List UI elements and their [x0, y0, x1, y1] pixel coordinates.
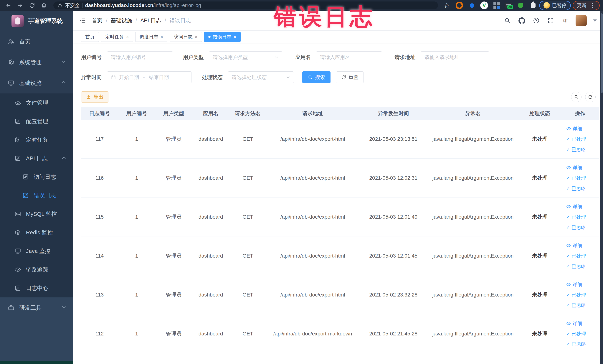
- sidebar-item-API 日志[interactable]: API 日志: [0, 149, 73, 168]
- tab-调度日志[interactable]: 调度日志×: [135, 32, 167, 42]
- action-已忽略[interactable]: ✓已忽略: [566, 301, 586, 310]
- sidebar-item-系统管理[interactable]: 系统管理: [0, 52, 73, 73]
- avatar-caret-icon[interactable]: [593, 20, 597, 22]
- github-icon[interactable]: [518, 16, 526, 25]
- cell-user_type: 管理员: [155, 252, 192, 259]
- action-已处理[interactable]: ✓已处理: [566, 290, 586, 299]
- browser-forward-button[interactable]: [15, 1, 25, 10]
- sidebar-item-Redis 监控[interactable]: Redis 监控: [0, 223, 73, 242]
- user-type-select[interactable]: 请选择用户类型: [209, 51, 282, 63]
- sidebar-item-文件管理[interactable]: 文件管理: [0, 94, 73, 112]
- tab-错误日志[interactable]: 错误日志×: [204, 32, 241, 42]
- paused-pill[interactable]: 已暂停: [539, 1, 571, 10]
- action-已处理[interactable]: ✓已处理: [566, 174, 586, 182]
- close-icon[interactable]: ×: [160, 35, 163, 39]
- export-button[interactable]: 导出: [81, 91, 108, 103]
- action-已处理[interactable]: ✓已处理: [566, 251, 586, 260]
- avatar[interactable]: [576, 15, 587, 26]
- action-详细[interactable]: 详细: [566, 319, 582, 328]
- action-详细[interactable]: 详细: [566, 280, 582, 289]
- refresh-table-button[interactable]: [585, 92, 596, 102]
- fullscreen-icon[interactable]: [547, 16, 555, 25]
- action-已忽略[interactable]: ✓已忽略: [566, 340, 586, 349]
- user-id-input[interactable]: [107, 51, 173, 63]
- check-icon: ✓: [566, 290, 570, 299]
- sidebar-item-链路追踪[interactable]: 链路追踪: [0, 260, 73, 279]
- action-详细[interactable]: 详细: [566, 163, 582, 172]
- action-已忽略[interactable]: ✓已忽略: [566, 184, 586, 193]
- sidebar-item-访问日志[interactable]: 访问日志: [0, 168, 73, 186]
- browser-back-button[interactable]: [3, 1, 13, 10]
- orange-extension-icon[interactable]: [455, 1, 464, 10]
- scrollbar[interactable]: [600, 11, 603, 364]
- sidebar-item-首页[interactable]: 首页: [0, 31, 73, 52]
- sidebar-item-基础设施[interactable]: 基础设施: [0, 73, 73, 94]
- cell-app: dashboard: [192, 292, 229, 298]
- close-icon[interactable]: ×: [126, 35, 129, 39]
- column-header-status: 处理状态: [519, 110, 561, 117]
- action-详细[interactable]: 详细: [566, 241, 582, 250]
- reset-button[interactable]: 重置: [336, 71, 363, 83]
- address-bar[interactable]: 不安全 dashboard.yudao.iocoder.cn/infra/log…: [53, 1, 438, 9]
- breadcrumb-item-基础设施[interactable]: 基础设施: [111, 17, 132, 24]
- breadcrumb-item-API 日志[interactable]: API 日志: [140, 17, 161, 24]
- search-button[interactable]: 搜索: [302, 71, 331, 83]
- font-size-icon[interactable]: ttTT: [561, 16, 569, 25]
- cell-method: GET: [229, 253, 266, 259]
- check-icon: ✓: [566, 251, 570, 260]
- main-panel: 首页/基础设施/API 日志/错误日志 ttTT 首页定时任务×调度日志×访问日…: [73, 11, 603, 364]
- browser-home-button[interactable]: [39, 1, 49, 10]
- tab-访问日志[interactable]: 访问日志×: [170, 32, 202, 42]
- status-select[interactable]: 请选择处理状态: [228, 71, 294, 83]
- timer-icon: [14, 137, 21, 143]
- star-extension-icon[interactable]: [442, 1, 451, 10]
- browser-menu-icon[interactable]: ⋮: [590, 3, 595, 8]
- close-icon[interactable]: ×: [233, 35, 236, 39]
- tab-首页[interactable]: 首页: [81, 32, 99, 42]
- req-url-input[interactable]: [421, 51, 489, 63]
- cell-user_type: 管理员: [155, 330, 192, 337]
- action-已忽略[interactable]: ✓已忽略: [566, 223, 586, 232]
- sidebar-item-日志中心[interactable]: 日志中心: [0, 279, 73, 297]
- sidebar-logo-row[interactable]: 芋道管理系统: [0, 11, 73, 31]
- action-详细[interactable]: 详细: [566, 124, 582, 133]
- column-header-log_id: 日志编号: [81, 110, 118, 117]
- docs-question-icon[interactable]: [532, 16, 540, 25]
- action-已处理[interactable]: ✓已处理: [566, 212, 586, 221]
- toggle-search-button[interactable]: [571, 92, 581, 102]
- sidebar-collapse-button[interactable]: [78, 16, 87, 25]
- header-search-icon[interactable]: [503, 16, 511, 25]
- leaf-extension-icon[interactable]: [516, 1, 525, 10]
- close-icon[interactable]: ×: [195, 35, 197, 39]
- grid-extension-icon[interactable]: [492, 1, 501, 10]
- cell-user_id: 1: [118, 136, 155, 142]
- sidebar-item-Java 监控[interactable]: Java 监控: [0, 242, 73, 260]
- tab-定时任务[interactable]: 定时任务×: [101, 32, 133, 42]
- action-详细[interactable]: 详细: [566, 202, 582, 211]
- sidebar-item-定时任务[interactable]: 定时任务: [0, 130, 73, 149]
- action-已忽略[interactable]: ✓已忽略: [566, 262, 586, 271]
- app-name-input[interactable]: [316, 51, 382, 63]
- vmark-extension-icon[interactable]: [480, 1, 488, 9]
- browser-chrome: 不安全 dashboard.yudao.iocoder.cn/infra/log…: [0, 0, 603, 11]
- onbadge-extension-icon[interactable]: [505, 3, 512, 8]
- pin-extension-icon[interactable]: [468, 1, 476, 10]
- sidebar-item-label: 访问日志: [34, 173, 56, 181]
- time-range-picker[interactable]: 开始日期 - 结束日期: [107, 71, 191, 83]
- cell-user_id: 1: [118, 331, 155, 337]
- update-button[interactable]: 更新 ⋮: [573, 1, 600, 10]
- action-已忽略[interactable]: ✓已忽略: [566, 145, 586, 154]
- table-row-113: 1131管理员dashboardGET/api/infra/db-doc/exp…: [81, 275, 599, 314]
- sidebar-item-label: 配置管理: [26, 117, 48, 125]
- breadcrumb-item-首页[interactable]: 首页: [92, 17, 103, 24]
- sidebar-item-研发工具[interactable]: 研发工具: [0, 297, 73, 318]
- browser-reload-button[interactable]: [27, 1, 37, 10]
- action-已处理[interactable]: ✓已处理: [566, 329, 586, 338]
- sidebar-item-配置管理[interactable]: 配置管理: [0, 112, 73, 130]
- chevron-up-icon: [62, 81, 66, 85]
- sidebar-item-MySQL 监控[interactable]: MySQL 监控: [0, 205, 73, 223]
- sidebar-item-错误日志[interactable]: 错误日志: [0, 186, 73, 205]
- action-已处理[interactable]: ✓已处理: [566, 135, 586, 143]
- scrollbar-thumb[interactable]: [601, 13, 603, 93]
- puzzle-extension-icon[interactable]: [529, 1, 537, 10]
